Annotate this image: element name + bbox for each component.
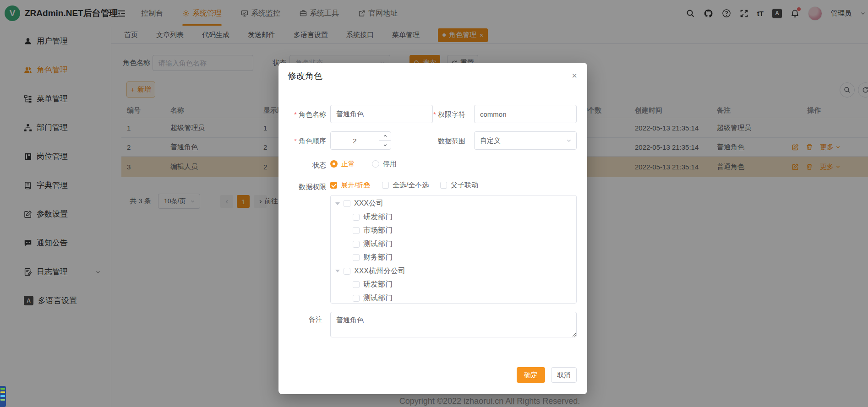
monitor-bar-blue xyxy=(0,395,5,397)
data-scope-value: 自定义 xyxy=(480,136,501,145)
parent-child-link-option[interactable]: 父子联动 xyxy=(440,181,478,190)
tree-node-child[interactable]: 财务部门 xyxy=(331,251,576,265)
tree-node-child[interactable]: 测试部门 xyxy=(331,238,576,251)
status-label: 状态 xyxy=(278,161,326,170)
monitor-bar-yellow xyxy=(0,391,5,393)
tree-node-parent[interactable]: XXX杭州分公司 xyxy=(331,265,576,278)
checkbox[interactable] xyxy=(353,241,360,248)
radio-normal[interactable] xyxy=(330,160,338,168)
spinner-increase-button[interactable] xyxy=(379,132,391,141)
tree-node-child[interactable]: 测试部门 xyxy=(331,292,576,304)
tree-node-label: 测试部门 xyxy=(363,293,393,303)
checkbox-label: 父子联动 xyxy=(451,181,478,190)
spinner-decrease-button[interactable] xyxy=(379,141,391,149)
checkbox[interactable] xyxy=(440,182,447,189)
monitor-bar-green xyxy=(0,388,5,390)
tree-node-label: XXX公司 xyxy=(354,199,383,208)
tree-node-child[interactable]: 研发部门 xyxy=(331,278,576,292)
checkbox[interactable] xyxy=(382,182,389,189)
checkbox[interactable] xyxy=(353,281,360,288)
role-sort-input[interactable] xyxy=(331,132,379,149)
cancel-button[interactable]: 取消 xyxy=(551,367,577,383)
tree-node-child[interactable]: 市场部门 xyxy=(331,224,576,238)
status-radio-group: 正常 停用 xyxy=(330,159,397,169)
checkbox[interactable] xyxy=(353,214,360,221)
confirm-button[interactable]: 确定 xyxy=(517,367,545,383)
checkbox-label: 全选/全不选 xyxy=(393,181,429,190)
tree-caret-icon[interactable] xyxy=(335,270,340,272)
remark-textarea[interactable]: 普通角色 xyxy=(330,312,577,337)
tree-node-label: 市场部门 xyxy=(363,226,393,235)
department-tree: XXX公司 研发部门 市场部门 测试部门 财务部门 XXX杭州分公司 xyxy=(330,195,577,304)
tree-node-label: 研发部门 xyxy=(363,212,393,222)
close-icon[interactable]: × xyxy=(572,71,577,80)
checkbox[interactable] xyxy=(353,295,360,302)
tree-node-label: 财务部门 xyxy=(363,253,393,262)
role-key-label: 权限字符 xyxy=(418,110,465,119)
remark-label: 备注 xyxy=(275,315,322,324)
role-name-label: 角色名称 xyxy=(278,110,326,119)
checkbox-checked[interactable] xyxy=(330,182,337,189)
role-key-field xyxy=(474,105,577,123)
dialog-title: 修改角色 xyxy=(288,70,322,82)
role-sort-label: 角色顺序 xyxy=(278,137,326,146)
radio-disabled[interactable] xyxy=(372,160,379,168)
checkbox[interactable] xyxy=(344,268,350,275)
checkbox-label: 展开/折叠 xyxy=(341,181,370,190)
data-permission-label: 数据权限 xyxy=(278,183,326,191)
data-scope-select[interactable]: 自定义 xyxy=(474,131,577,150)
tree-caret-icon[interactable] xyxy=(335,202,340,205)
monitor-bar-lightgreen xyxy=(0,399,5,401)
checkbox[interactable] xyxy=(353,227,360,234)
tree-node-label: XXX杭州分公司 xyxy=(354,266,405,276)
server-monitor-widget[interactable] xyxy=(0,386,6,407)
select-all-option[interactable]: 全选/全不选 xyxy=(382,181,429,190)
radio-disabled-label[interactable]: 停用 xyxy=(383,160,397,168)
expand-collapse-option[interactable]: 展开/折叠 xyxy=(330,181,370,190)
role-key-input[interactable] xyxy=(474,105,577,123)
tree-node-label: 测试部门 xyxy=(363,239,393,249)
data-permission-options: 展开/折叠 全选/全不选 父子联动 xyxy=(330,181,577,191)
role-sort-field xyxy=(330,131,391,150)
checkbox[interactable] xyxy=(344,200,350,207)
tree-node-child[interactable]: 研发部门 xyxy=(331,211,576,224)
radio-normal-label[interactable]: 正常 xyxy=(341,160,355,168)
app-window: V ZRAdmin.NET后台管理 控制台 系统管理 系统监控 系统工具 xyxy=(0,0,868,407)
edit-role-dialog: 修改角色 × 角色名称 权限字符 角色顺序 数据范围 自定义 状态 xyxy=(278,63,587,394)
chevron-down-icon xyxy=(566,138,572,143)
tree-node-label: 研发部门 xyxy=(363,280,393,289)
checkbox[interactable] xyxy=(353,254,360,261)
tree-node-parent[interactable]: XXX公司 xyxy=(331,197,576,211)
data-scope-label: 数据范围 xyxy=(418,137,465,146)
number-spinner xyxy=(379,132,391,149)
